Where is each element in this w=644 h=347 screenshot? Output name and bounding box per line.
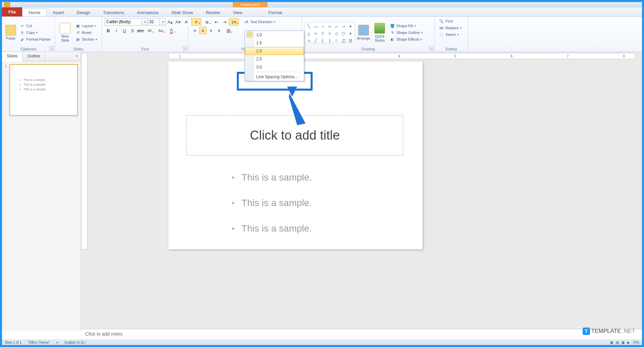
shape-curve-icon[interactable]: ∿ (306, 37, 312, 44)
shape-rect-icon[interactable]: ▭ (313, 23, 319, 30)
shape-rect2-icon[interactable]: ▱ (333, 23, 340, 30)
italic-button[interactable]: I (113, 27, 120, 34)
panel-close-button[interactable]: × (73, 52, 81, 61)
shape-diamond-icon[interactable]: ◇ (333, 30, 340, 37)
shape-arrow3-icon[interactable]: ⇩ (326, 30, 333, 37)
tab-design[interactable]: Design (70, 8, 97, 16)
shape-star-icon[interactable]: ☆ (333, 37, 340, 44)
view-reading-button[interactable]: ▣ (622, 341, 625, 344)
drawing-dialog-launcher[interactable]: ↘ (429, 46, 433, 50)
shape-connector-icon[interactable]: ⤻ (340, 23, 347, 30)
horizontal-ruler[interactable]: 1 4 5 6 7 8 (168, 53, 635, 59)
zoom-level[interactable]: 70% (633, 341, 639, 344)
quick-styles-button[interactable]: Quick Styles (372, 22, 387, 43)
title-placeholder[interactable]: Click to add title (186, 115, 403, 155)
shapes-scroll-icon[interactable]: ▾ (347, 30, 354, 37)
shape-brace-icon[interactable]: { (319, 37, 326, 44)
paste-button[interactable]: Paste (5, 24, 17, 41)
bullets-button[interactable]: ≡ (191, 18, 201, 26)
content-placeholder[interactable]: This is a sample. This is a sample. This… (231, 172, 399, 249)
panel-tab-outline[interactable]: Outline (23, 52, 45, 61)
increase-indent-button[interactable]: ⇥ (221, 18, 228, 26)
tab-file[interactable]: File (2, 7, 22, 16)
bullet-item[interactable]: This is a sample. (231, 223, 399, 234)
shrink-font-button[interactable]: A▾ (174, 18, 182, 26)
tab-animations[interactable]: Animations (130, 8, 165, 16)
shape-lightning-icon[interactable]: ⭍ (313, 30, 319, 37)
strikethrough-button[interactable]: abc (137, 27, 144, 34)
shadow-button[interactable]: S (129, 27, 136, 34)
slide-thumbnail-1[interactable]: This is a sample. This is a sample. This… (9, 64, 78, 116)
font-size-dropdown-arrow[interactable]: ▾ (160, 18, 166, 26)
shape-arrow-icon[interactable]: ⇨ (326, 23, 333, 30)
line-spacing-1-5[interactable]: 1.5 (245, 39, 304, 47)
font-size-select[interactable] (148, 18, 160, 26)
view-slideshow-button[interactable]: ▶ (627, 341, 630, 344)
shapes-more-icon[interactable]: ▾ (347, 23, 354, 30)
font-name-select[interactable] (105, 18, 142, 26)
thumbnail-area[interactable]: 1 This is a sample. This is a sample. Th… (2, 61, 81, 331)
arrange-button[interactable]: Arrange (356, 24, 371, 41)
align-center-button[interactable]: ≡ (199, 27, 207, 34)
notes-pane[interactable]: Click to add notes (81, 329, 642, 340)
shape-effects-button[interactable]: ◐Shape Effects▾ (388, 36, 424, 42)
cut-button[interactable]: ✂Cut (18, 23, 52, 29)
section-button[interactable]: ▤Section▾ (74, 36, 98, 42)
font-color-button[interactable]: A (166, 27, 176, 34)
numbering-button[interactable]: ≣ (202, 18, 212, 26)
shape-outline-button[interactable]: ✎Shape Outline▾ (388, 30, 424, 36)
panel-tab-slides[interactable]: Slides (2, 52, 23, 61)
bullet-item[interactable]: This is a sample. (231, 172, 399, 183)
align-right-button[interactable]: ≡ (207, 27, 215, 34)
view-sorter-button[interactable]: ▤ (616, 341, 619, 344)
tab-transitions[interactable]: Transitions (97, 8, 130, 16)
replace-button[interactable]: abReplace▾ (437, 25, 463, 31)
view-normal-button[interactable]: ▦ (610, 341, 613, 344)
line-spacing-3-0[interactable]: 3.0 (245, 63, 304, 71)
tab-format[interactable]: Format (262, 8, 288, 16)
bullet-item[interactable]: This is a sample. (231, 198, 399, 208)
tab-slideshow[interactable]: Slide Show (165, 8, 200, 16)
reset-button[interactable]: ↺Reset (74, 30, 98, 36)
tab-review[interactable]: Review (200, 8, 227, 16)
find-button[interactable]: 🔍Find (437, 18, 454, 24)
shape-brace2-icon[interactable]: } (326, 37, 333, 44)
tab-insert[interactable]: Insert (47, 8, 70, 16)
select-button[interactable]: ⬚Select▾ (437, 32, 460, 38)
align-left-button[interactable]: ≡ (191, 27, 199, 34)
text-direction-button[interactable]: ↕AText Direction▾ (242, 19, 277, 25)
layout-button[interactable]: ▦Layout▾ (74, 23, 98, 29)
line-spacing-options[interactable]: Line Spacing Options... (245, 73, 304, 81)
line-spacing-1-0[interactable]: 1.0 (245, 31, 304, 39)
columns-button[interactable]: ▥ (223, 27, 233, 34)
font-dialog-launcher[interactable]: ↘ (183, 46, 187, 50)
font-name-dropdown-arrow[interactable]: ▾ (142, 18, 148, 26)
shape-callout-icon[interactable]: ◫ (340, 37, 347, 44)
shape-tri-icon[interactable]: △ (306, 30, 312, 37)
shape-arrow2-icon[interactable]: ⇧ (319, 30, 326, 37)
status-language[interactable]: English (U.S.) (65, 341, 86, 344)
copy-button[interactable]: ⎘Copy▾ (18, 30, 52, 36)
shapes-expand-icon[interactable]: ⊟ (347, 37, 354, 44)
shape-hex-icon[interactable]: ⬡ (340, 30, 347, 37)
shape-line2-icon[interactable]: ╱ (313, 37, 319, 44)
line-spacing-button[interactable]: ‡≡ (229, 18, 239, 26)
underline-button[interactable]: U (121, 27, 128, 34)
justify-button[interactable]: ≡ (215, 27, 223, 34)
shape-oval-icon[interactable]: ○ (319, 23, 326, 30)
vertical-ruler[interactable] (81, 53, 87, 249)
clipboard-dialog-launcher[interactable]: ↘ (49, 46, 53, 50)
shape-line-icon[interactable]: ╲ (306, 23, 312, 30)
format-painter-button[interactable]: 🖌Format Painter (18, 36, 52, 42)
decrease-indent-button[interactable]: ⇤ (213, 18, 220, 26)
status-spellcheck-icon[interactable]: ✔ (56, 341, 59, 344)
line-spacing-2-5[interactable]: 2.5 (245, 55, 304, 63)
bold-button[interactable]: B (105, 27, 112, 34)
line-spacing-2-0[interactable]: 2.0 (245, 47, 304, 55)
tab-view[interactable]: View (226, 8, 249, 16)
change-case-button[interactable]: Aa (156, 27, 166, 34)
shape-fill-button[interactable]: 🪣Shape Fill▾ (388, 23, 424, 29)
shapes-gallery[interactable]: ╲▭○⇨▱⤻▾ △⭍⇧⇩◇⬡▾ ∿╱{}☆◫⊟ (305, 22, 355, 43)
new-slide-button[interactable]: New Slide (58, 22, 72, 43)
tab-home[interactable]: Home (22, 8, 47, 16)
